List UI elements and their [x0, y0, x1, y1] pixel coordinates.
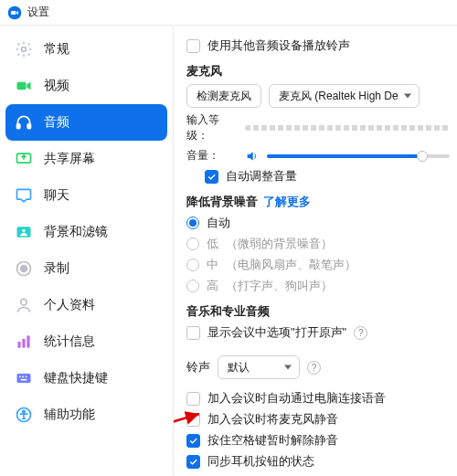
sidebar-item-accessibility[interactable]: 辅助功能: [5, 397, 167, 433]
sidebar-item-video[interactable]: 视频: [5, 68, 167, 104]
svg-rect-3: [17, 82, 27, 90]
svg-rect-18: [26, 376, 27, 378]
checkbox-mute-mic-on-join[interactable]: [186, 413, 200, 427]
sidebar-item-label: 键盘快捷键: [44, 370, 108, 386]
help-icon[interactable]: ?: [354, 326, 367, 340]
section-background-noise: 降低背景噪音: [186, 194, 258, 210]
radio-label: 高: [207, 278, 218, 294]
accessibility-icon: [15, 406, 33, 424]
sidebar-item-label: 辅助功能: [44, 407, 95, 423]
radio-hint: （打字声、狗叫声）: [226, 278, 333, 294]
content-panel: 使用其他音频设备播放铃声 麦克风 检测麦克风 麦克风 (Realtek High…: [174, 26, 457, 476]
svg-rect-16: [19, 376, 21, 378]
radio-hint: （电脑风扇声、敲笔声）: [226, 257, 356, 273]
sidebar-item-label: 聊天: [44, 187, 69, 204]
sidebar-item-label: 个人资料: [44, 297, 95, 313]
section-music-pro-audio: 音乐和专业音频: [186, 303, 450, 320]
checkbox-label: 加入会议时将麦克风静音: [207, 411, 338, 428]
svg-point-2: [22, 48, 27, 52]
learn-more-link[interactable]: 了解更多: [263, 194, 311, 210]
checkbox-sync-headset[interactable]: [186, 455, 200, 469]
svg-point-21: [23, 410, 26, 413]
sidebar-item-recording[interactable]: 录制: [5, 250, 167, 287]
svg-rect-5: [27, 124, 30, 129]
checkbox-label: 使用其他音频设备播放铃声: [207, 37, 350, 54]
sidebar-item-label: 统计信息: [44, 333, 95, 350]
svg-point-11: [21, 299, 27, 305]
sidebar-item-share-screen[interactable]: 共享屏幕: [5, 141, 167, 177]
radio-label: 中: [207, 257, 218, 273]
help-icon[interactable]: ?: [307, 361, 321, 375]
sidebar-item-chat[interactable]: 聊天: [5, 177, 167, 214]
keyboard-icon: [15, 369, 33, 387]
input-level-label: 输入等级：: [186, 112, 238, 143]
svg-rect-19: [21, 379, 27, 381]
ringtone-select[interactable]: 默认: [218, 355, 300, 379]
background-icon: [15, 223, 33, 241]
svg-rect-14: [27, 335, 29, 347]
radio-noise-low[interactable]: [186, 238, 199, 250]
radio-noise-mid[interactable]: [186, 259, 199, 271]
radio-noise-auto[interactable]: [186, 217, 199, 229]
radio-hint: （微弱的背景噪音）: [226, 236, 333, 252]
sidebar-item-label: 常规: [44, 41, 69, 58]
svg-rect-13: [22, 339, 25, 348]
titlebar: 设置: [0, 0, 457, 26]
chat-icon: [15, 186, 33, 205]
sidebar-item-statistics[interactable]: 统计信息: [5, 323, 167, 360]
window-title: 设置: [27, 5, 49, 20]
checkbox-label: 显示会议中选项"打开原声": [207, 324, 346, 341]
sidebar-item-shortcuts[interactable]: 键盘快捷键: [5, 360, 167, 397]
stats-icon: [15, 333, 33, 351]
checkbox-label: 自动调整音量: [226, 168, 297, 185]
radio-label: 自动: [207, 215, 230, 231]
section-microphone: 麦克风: [186, 63, 450, 79]
svg-rect-15: [17, 374, 31, 383]
checkbox-label: 加入会议时自动通过电脑连接语音: [207, 390, 386, 407]
radio-label: 低: [207, 236, 218, 252]
app-icon: [7, 5, 22, 20]
radio-noise-high[interactable]: [186, 280, 199, 292]
svg-rect-12: [17, 342, 20, 348]
sidebar-item-general[interactable]: 常规: [5, 31, 167, 68]
sidebar-item-label: 视频: [44, 78, 69, 94]
svg-rect-17: [22, 376, 24, 378]
checkbox-label: 按住空格键暂时解除静音: [207, 432, 338, 449]
test-mic-button[interactable]: 检测麦克风: [186, 84, 261, 108]
sidebar-item-profile[interactable]: 个人资料: [5, 287, 167, 323]
volume-icon: [245, 149, 260, 164]
sidebar-item-audio[interactable]: 音频: [5, 104, 167, 141]
sidebar-item-label: 音频: [44, 114, 69, 131]
svg-point-10: [21, 266, 27, 272]
sidebar-item-background[interactable]: 背景和滤镜: [5, 214, 167, 250]
profile-icon: [15, 296, 33, 314]
svg-point-8: [22, 229, 25, 232]
video-icon: [15, 77, 33, 95]
sidebar-item-label: 背景和滤镜: [44, 224, 108, 240]
record-icon: [15, 259, 33, 278]
ringtone-label: 铃声: [186, 359, 210, 376]
headphones-icon: [15, 113, 33, 132]
mic-device-select[interactable]: 麦克风 (Realtek High De: [269, 84, 420, 108]
sidebar: 常规 视频 音频 共享屏幕 聊天 背景和滤镜 录制 个人资料: [0, 26, 174, 476]
checkbox-label: 同步耳机按钮的状态: [207, 453, 314, 470]
input-level-meter: [245, 125, 450, 131]
checkbox-use-other-audio-device[interactable]: [186, 39, 200, 53]
checkbox-space-unmute[interactable]: [186, 434, 200, 448]
checkbox-show-original-sound[interactable]: [186, 326, 200, 340]
share-screen-icon: [15, 150, 33, 168]
svg-rect-1: [11, 11, 16, 15]
svg-rect-4: [17, 124, 20, 129]
volume-slider[interactable]: [267, 154, 450, 158]
checkbox-auto-join-audio[interactable]: [186, 392, 200, 406]
gear-icon: [15, 40, 33, 58]
checkbox-auto-adjust-volume[interactable]: [205, 170, 218, 184]
sidebar-item-label: 录制: [44, 260, 69, 277]
sidebar-item-label: 共享屏幕: [44, 151, 95, 167]
volume-label: 音量：: [186, 148, 238, 164]
